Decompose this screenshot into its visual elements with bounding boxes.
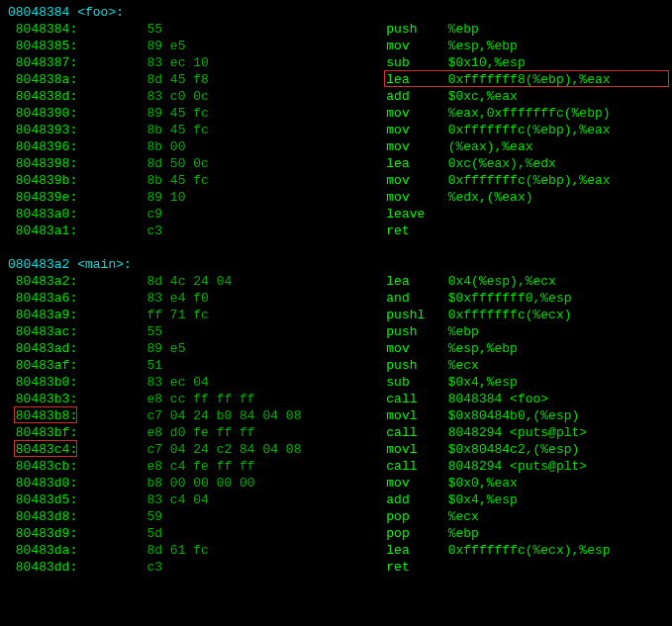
address: 80483a9 — [8, 308, 69, 322]
hex-bytes: 8b 45 fc — [146, 173, 386, 188]
operands: 0x4(%esp),%ecx — [448, 274, 556, 289]
operands: 0xfffffffc(%ecx),%esp — [448, 543, 611, 558]
operands: 0xfffffffc(%ebp),%eax — [448, 173, 611, 188]
asm-line: 80483ac: 55 push %ebp — [8, 323, 664, 340]
address: 8048396 — [8, 139, 69, 154]
hex-bytes: c3 — [146, 224, 386, 238]
asm-line: 8048385: 89 e5 mov %esp,%ebp — [8, 38, 664, 54]
colon: : — [69, 207, 146, 222]
hex-bytes: 8d 50 0c — [146, 156, 386, 171]
address: 80483da — [8, 543, 69, 558]
operands: $0xc,%eax — [448, 89, 518, 104]
operands: $0x0,%eax — [448, 476, 518, 491]
asm-line: 8048396: 8b 00 mov (%eax),%eax — [8, 138, 664, 155]
address: 80483a0 — [8, 207, 69, 222]
mnemonic: sub — [386, 375, 447, 390]
asm-line: 80483a0: c9 leave — [8, 206, 664, 223]
asm-line: 8048387: 83 ec 10 sub $0x10,%esp — [8, 54, 664, 71]
asm-line: 80483bf: e8 d0 fe ff ff call 8048294 <pu… — [8, 424, 664, 441]
operands: %ebp — [448, 526, 479, 541]
hex-bytes: 89 e5 — [146, 39, 386, 53]
hex-bytes: 83 ec 10 — [146, 55, 386, 70]
mnemonic: lea — [386, 72, 447, 87]
colon: : — [69, 375, 146, 390]
address: 8048384 — [8, 22, 69, 37]
asm-line: 80483af: 51 push %ecx — [8, 357, 664, 374]
hex-bytes: 8b 45 fc — [146, 123, 386, 137]
asm-line: 80483d5: 83 c4 04 add $0x4,%esp — [8, 492, 664, 508]
mnemonic: leave — [386, 207, 447, 222]
asm-line: 804839e: 89 10 mov %edx,(%eax) — [8, 189, 664, 206]
operands: $0xfffffff0,%esp — [448, 291, 572, 306]
operands: %edx,(%eax) — [448, 190, 533, 205]
mnemonic: add — [386, 492, 447, 507]
hex-bytes: 83 e4 f0 — [146, 291, 386, 306]
asm-line: 80483a9: ff 71 fc pushl 0xfffffffc(%ecx) — [8, 307, 664, 323]
address: 80483b0 — [8, 375, 69, 390]
address: 80483bf — [8, 425, 69, 440]
hex-bytes: 8d 61 fc — [146, 543, 386, 558]
operands: %ecx — [448, 509, 479, 524]
mnemonic: ret — [386, 224, 447, 238]
operands: %ecx — [448, 358, 479, 373]
colon: : — [69, 425, 146, 440]
asm-line: 80483ad: 89 e5 mov %esp,%ebp — [8, 340, 664, 357]
operands: 0xfffffffc(%ebp),%eax — [448, 123, 611, 137]
address: 80483d8 — [8, 509, 69, 524]
disassembly-listing: 08048384 <foo>: 8048384: 55 push %ebp 80… — [8, 4, 664, 576]
hex-bytes: 59 — [146, 509, 386, 524]
mnemonic: lea — [386, 543, 447, 558]
colon: : — [69, 55, 146, 70]
colon: : — [69, 308, 146, 322]
address: 804839b — [8, 173, 69, 188]
mnemonic: push — [386, 22, 447, 37]
colon: : — [69, 560, 146, 575]
mnemonic: pop — [386, 526, 447, 541]
mnemonic: mov — [386, 476, 447, 491]
address: 804839e — [8, 190, 69, 205]
mnemonic: mov — [386, 190, 447, 205]
operands: $0x4,%esp — [448, 492, 518, 507]
colon: : — [69, 139, 146, 154]
mnemonic: mov — [386, 39, 447, 53]
hex-bytes: c9 — [146, 207, 386, 222]
hex-bytes: 83 c0 0c — [146, 89, 386, 104]
hex-bytes: 8d 4c 24 04 — [146, 274, 386, 289]
colon: : — [69, 341, 146, 356]
colon: : — [69, 408, 146, 423]
mnemonic: pop — [386, 509, 447, 524]
address: 804838a — [8, 72, 69, 87]
colon: : — [69, 106, 146, 121]
colon: : — [69, 173, 146, 188]
asm-line: 80483a1: c3 ret — [8, 223, 664, 239]
address: 8048385 — [8, 39, 69, 53]
operands: (%eax),%eax — [448, 139, 533, 154]
colon: : — [69, 358, 146, 373]
operands: $0x80484c2,(%esp) — [448, 442, 580, 457]
asm-line: 80483b8: c7 04 24 b0 84 04 08 movl $0x80… — [8, 407, 664, 424]
operands: 8048294 <puts@plt> — [448, 425, 587, 440]
hex-bytes: c7 04 24 b0 84 04 08 — [146, 408, 386, 423]
hex-bytes: 83 c4 04 — [146, 492, 386, 507]
symbol-label-foo: 08048384 <foo>: — [8, 4, 664, 21]
operands: 8048294 <puts@plt> — [448, 459, 587, 474]
hex-bytes: 55 — [146, 22, 386, 37]
asm-line: 80483d8: 59 pop %ecx — [8, 508, 664, 525]
hex-bytes: 89 e5 — [146, 341, 386, 356]
colon: : — [69, 526, 146, 541]
hex-bytes: 83 ec 04 — [146, 375, 386, 390]
hex-bytes: ff 71 fc — [146, 308, 386, 322]
operands: $0x4,%esp — [448, 375, 518, 390]
blank-line — [8, 239, 664, 256]
hex-bytes: 5d — [146, 526, 386, 541]
colon: : — [69, 89, 146, 104]
address: 8048387 — [8, 55, 69, 70]
address: 80483a1 — [8, 224, 69, 238]
asm-line: 80483a2: 8d 4c 24 04 lea 0x4(%esp),%ecx — [8, 273, 664, 290]
colon: : — [69, 392, 146, 406]
hex-bytes: 89 45 fc — [146, 106, 386, 121]
asm-line: 80483d0: b8 00 00 00 00 mov $0x0,%eax — [8, 475, 664, 492]
mnemonic: push — [386, 358, 447, 373]
asm-line: 80483cb: e8 c4 fe ff ff call 8048294 <pu… — [8, 458, 664, 475]
asm-line: 8048398: 8d 50 0c lea 0xc(%eax),%edx — [8, 155, 664, 172]
